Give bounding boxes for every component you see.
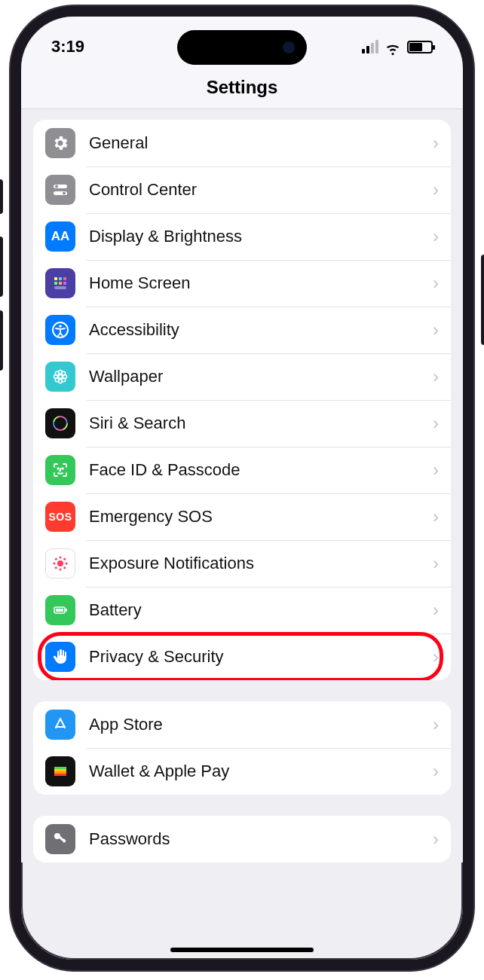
row-faceid-passcode[interactable]: Face ID & Passcode › bbox=[33, 447, 451, 493]
svg-rect-6 bbox=[63, 277, 66, 280]
mute-switch bbox=[0, 179, 3, 214]
chevron-right-icon: › bbox=[433, 133, 439, 154]
row-label: Passwords bbox=[89, 829, 433, 849]
row-label: App Store bbox=[89, 715, 433, 734]
appstore-icon bbox=[45, 710, 75, 740]
status-time: 3:19 bbox=[51, 37, 84, 56]
svg-point-32 bbox=[55, 558, 57, 560]
cellular-signal-icon bbox=[362, 40, 378, 53]
svg-point-27 bbox=[57, 560, 63, 566]
svg-point-29 bbox=[60, 569, 62, 571]
chevron-right-icon: › bbox=[433, 600, 439, 621]
row-label: Wallet & Apple Pay bbox=[89, 762, 433, 781]
svg-point-44 bbox=[54, 833, 60, 839]
settings-group: App Store › Wallet & Apple Pay › bbox=[33, 701, 451, 795]
battery-icon bbox=[407, 41, 433, 53]
chevron-right-icon: › bbox=[433, 366, 439, 387]
power-button bbox=[481, 255, 484, 345]
svg-point-1 bbox=[55, 185, 58, 188]
dynamic-island bbox=[177, 30, 307, 65]
svg-point-30 bbox=[54, 563, 56, 565]
row-general[interactable]: General › bbox=[33, 120, 451, 166]
svg-point-34 bbox=[55, 566, 57, 569]
svg-rect-38 bbox=[66, 609, 67, 612]
svg-point-25 bbox=[57, 468, 59, 469]
flower-icon bbox=[45, 362, 75, 392]
home-screen-icon bbox=[45, 268, 75, 298]
volume-down-button bbox=[0, 310, 3, 371]
chevron-right-icon: › bbox=[433, 646, 439, 667]
wifi-icon bbox=[384, 40, 401, 53]
svg-rect-5 bbox=[59, 277, 62, 280]
row-app-store[interactable]: App Store › bbox=[33, 701, 451, 748]
svg-point-13 bbox=[59, 375, 63, 379]
row-siri-search[interactable]: Siri & Search › bbox=[33, 400, 451, 447]
text-size-icon: AA bbox=[45, 221, 75, 252]
row-label: Display & Brightness bbox=[89, 227, 433, 246]
chevron-right-icon: › bbox=[433, 226, 439, 247]
svg-point-12 bbox=[59, 325, 62, 328]
faceid-icon bbox=[45, 455, 75, 485]
chevron-right-icon: › bbox=[433, 506, 439, 527]
row-wallet-apple-pay[interactable]: Wallet & Apple Pay › bbox=[33, 748, 451, 795]
svg-rect-43 bbox=[54, 774, 66, 776]
row-passwords[interactable]: Passwords › bbox=[33, 816, 451, 862]
row-battery[interactable]: Battery › bbox=[33, 587, 451, 633]
svg-point-33 bbox=[63, 558, 66, 560]
row-label: General bbox=[89, 133, 433, 153]
battery-icon bbox=[45, 595, 75, 625]
accessibility-icon bbox=[45, 315, 75, 345]
row-label: Siri & Search bbox=[89, 414, 433, 433]
row-control-center[interactable]: Control Center › bbox=[33, 166, 451, 213]
row-privacy-security[interactable]: Privacy & Security › bbox=[33, 633, 451, 680]
wallet-icon bbox=[45, 756, 75, 786]
chevron-right-icon: › bbox=[433, 273, 439, 294]
svg-rect-10 bbox=[54, 286, 66, 289]
chevron-right-icon: › bbox=[433, 459, 439, 481]
page-title: Settings bbox=[21, 72, 463, 109]
svg-rect-40 bbox=[54, 767, 66, 769]
front-camera-icon bbox=[281, 40, 296, 55]
chevron-right-icon: › bbox=[433, 179, 439, 200]
volume-up-button bbox=[0, 237, 3, 297]
row-label: Face ID & Passcode bbox=[89, 460, 433, 480]
toggles-icon bbox=[45, 175, 75, 205]
chevron-right-icon: › bbox=[433, 319, 439, 340]
svg-rect-9 bbox=[63, 282, 66, 285]
chevron-right-icon: › bbox=[433, 553, 439, 574]
row-label: Exposure Notifications bbox=[89, 554, 433, 573]
settings-list[interactable]: General › Control Center › AA Display & … bbox=[21, 109, 463, 862]
svg-rect-7 bbox=[54, 282, 57, 285]
home-indicator[interactable] bbox=[170, 948, 314, 952]
row-home-screen[interactable]: Home Screen › bbox=[33, 260, 451, 307]
row-label: Accessibility bbox=[89, 320, 433, 340]
svg-point-35 bbox=[63, 566, 66, 569]
chevron-right-icon: › bbox=[433, 829, 439, 850]
sos-icon: SOS bbox=[45, 502, 75, 532]
row-label: Privacy & Security bbox=[89, 647, 433, 667]
siri-icon bbox=[45, 408, 75, 438]
row-label: Battery bbox=[89, 600, 433, 620]
row-display-brightness[interactable]: AA Display & Brightness › bbox=[33, 213, 451, 260]
hand-icon bbox=[45, 642, 75, 672]
svg-rect-41 bbox=[54, 769, 66, 771]
row-label: Control Center bbox=[89, 180, 433, 200]
row-exposure-notifications[interactable]: Exposure Notifications › bbox=[33, 540, 451, 587]
svg-point-26 bbox=[62, 468, 63, 469]
settings-group: Passwords › bbox=[33, 816, 451, 862]
gear-icon bbox=[45, 128, 75, 158]
svg-rect-42 bbox=[54, 771, 66, 774]
row-emergency-sos[interactable]: SOS Emergency SOS › bbox=[33, 493, 451, 540]
row-label: Emergency SOS bbox=[89, 507, 433, 527]
settings-group: General › Control Center › AA Display & … bbox=[33, 120, 451, 680]
key-icon bbox=[45, 824, 75, 854]
svg-point-31 bbox=[66, 563, 68, 565]
svg-point-3 bbox=[63, 192, 66, 195]
exposure-icon bbox=[45, 548, 75, 579]
svg-rect-8 bbox=[59, 282, 62, 285]
row-label: Home Screen bbox=[89, 273, 433, 293]
row-wallpaper[interactable]: Wallpaper › bbox=[33, 353, 451, 400]
svg-rect-4 bbox=[54, 277, 57, 280]
row-accessibility[interactable]: Accessibility › bbox=[33, 307, 451, 353]
row-label: Wallpaper bbox=[89, 367, 433, 386]
